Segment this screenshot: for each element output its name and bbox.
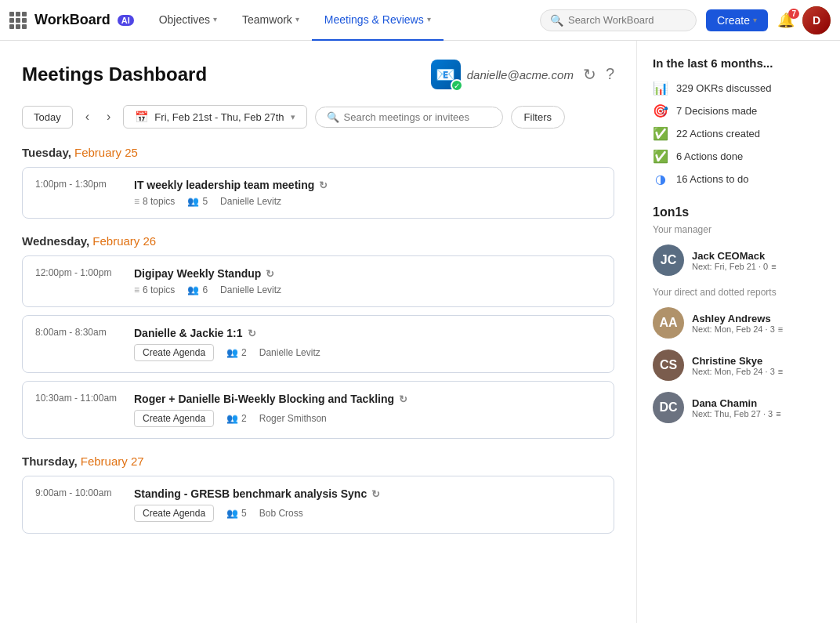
people-icon: 👥 xyxy=(226,413,238,424)
meeting-search-input[interactable] xyxy=(344,111,491,123)
meeting-card[interactable]: 1:00pm - 1:30pm IT weekly leadership tea… xyxy=(22,167,614,219)
people-icon: 👥 xyxy=(226,347,238,358)
manager-container: JC Jack CEOMack Next: Fri, Feb 21 · 0 ≡ xyxy=(653,244,824,276)
stat-item: 🎯7 Decisions made xyxy=(653,103,824,118)
sync-icon[interactable]: ↻ xyxy=(399,393,407,405)
stat-icon: 🎯 xyxy=(653,103,668,118)
day-label: Tuesday, February 25 xyxy=(22,146,614,159)
organizer: Roger Smithson xyxy=(259,413,327,424)
nav-objectives[interactable]: Objectives ▾ xyxy=(147,0,230,41)
stat-icon: ✅ xyxy=(653,126,668,141)
manager-item[interactable]: JC Jack CEOMack Next: Fri, Feb 21 · 0 ≡ xyxy=(653,244,824,276)
stats-container: 📊329 OKRs discussed🎯7 Decisions made✅22 … xyxy=(653,81,824,187)
notification-badge: 7 xyxy=(788,9,799,19)
logo-ai-badge: AI xyxy=(118,15,134,26)
create-button[interactable]: Create ▾ xyxy=(706,9,768,31)
topics-icon: ≡ xyxy=(778,367,783,376)
meeting-card[interactable]: 9:00am - 10:00am Standing - GRESB benchm… xyxy=(22,476,614,534)
stat-item: 📊329 OKRs discussed xyxy=(653,81,824,96)
person-name: Jack CEOMack xyxy=(692,250,824,262)
day-group: Thursday, February 27 9:00am - 10:00am S… xyxy=(22,455,614,534)
create-agenda-button[interactable]: Create Agenda xyxy=(134,344,214,361)
sync-icon[interactable]: ↻ xyxy=(319,179,328,191)
people-icon: 👥 xyxy=(187,196,199,207)
day-group: Wednesday, February 26 12:00pm - 1:00pm … xyxy=(22,234,614,439)
stat-text: 6 Actions done xyxy=(676,150,743,162)
header-right: 📧 ✓ danielle@acme.com ↻ ? xyxy=(431,60,614,89)
organizer: Danielle Levitz xyxy=(220,196,281,207)
logo-area: WorkBoard AI xyxy=(9,12,134,29)
meeting-time: 8:00am - 8:30am xyxy=(35,327,121,338)
report-item[interactable]: DC Dana Chamin Next: Thu, Feb 27 · 3 ≡ xyxy=(653,392,824,423)
stats-title: In the last 6 months... xyxy=(653,56,824,70)
reports-container: AA Ashley Andrews Next: Mon, Feb 24 · 3 … xyxy=(653,307,824,423)
person-next: Next: Fri, Feb 21 · 0 ≡ xyxy=(692,262,824,271)
chevron-down-icon: ▾ xyxy=(213,15,217,24)
person-name: Christine Skye xyxy=(692,355,824,367)
nav-teamwork[interactable]: Teamwork ▾ xyxy=(230,0,312,41)
sync-icon[interactable]: ↻ xyxy=(371,488,380,500)
attendees-count: 👥 6 xyxy=(187,284,208,295)
meeting-card[interactable]: 8:00am - 8:30am Danielle & Jackie 1:1 ↻ … xyxy=(22,315,614,373)
days-container: Tuesday, February 25 1:00pm - 1:30pm IT … xyxy=(22,146,614,534)
attendees-count: 👥 2 xyxy=(226,413,247,424)
meeting-card[interactable]: 10:30am - 11:00am Roger + Danielle Bi-We… xyxy=(22,381,614,439)
day-date: February 25 xyxy=(71,146,138,159)
sync-icon[interactable]: ↻ xyxy=(248,328,256,339)
person-next: Next: Thu, Feb 27 · 3 ≡ xyxy=(692,409,824,418)
reports-label: Your direct and dotted reports xyxy=(653,287,824,298)
stat-icon: 📊 xyxy=(653,81,668,96)
refresh-icon[interactable]: ↻ xyxy=(583,65,596,84)
attendees-count: 👥 5 xyxy=(187,196,208,207)
avatar: CS xyxy=(653,350,684,381)
meeting-time: 9:00am - 10:00am xyxy=(35,487,121,498)
today-button[interactable]: Today xyxy=(22,106,73,129)
stat-item: ✅22 Actions created xyxy=(653,126,824,141)
chevron-down-icon: ▾ xyxy=(427,15,431,24)
logo-text: WorkBoard xyxy=(34,12,110,28)
meeting-title: Digipay Weekly Standup ↻ xyxy=(134,267,601,280)
grid-icon[interactable] xyxy=(9,12,27,29)
stat-text: 16 Actions to do xyxy=(676,173,749,185)
oneonones-title: 1on1s xyxy=(653,205,824,219)
topics-count: ≡ 8 topics xyxy=(134,196,175,207)
report-item[interactable]: CS Christine Skye Next: Mon, Feb 24 · 3 … xyxy=(653,350,824,381)
global-search[interactable]: 🔍 xyxy=(540,9,697,31)
person-name: Dana Chamin xyxy=(692,397,824,409)
sync-icon[interactable]: ↻ xyxy=(266,268,274,280)
stat-item: ◑16 Actions to do xyxy=(653,172,824,187)
notifications-bell[interactable]: 🔔 7 xyxy=(777,12,795,29)
report-item[interactable]: AA Ashley Andrews Next: Mon, Feb 24 · 3 … xyxy=(653,307,824,339)
nav-meetings[interactable]: Meetings & Reviews ▾ xyxy=(312,0,444,41)
chevron-down-icon: ▾ xyxy=(291,112,295,122)
organizer: Bob Cross xyxy=(259,508,303,519)
nav-items: Objectives ▾ Teamwork ▾ Meetings & Revie… xyxy=(147,0,540,41)
prev-button[interactable]: ‹ xyxy=(81,107,94,127)
meeting-card[interactable]: 12:00pm - 1:00pm Digipay Weekly Standup … xyxy=(22,255,614,307)
page-title: Meetings Dashboard xyxy=(22,63,207,85)
meeting-meta: ≡ 6 topics👥 6Danielle Levitz xyxy=(134,284,601,295)
create-agenda-button[interactable]: Create Agenda xyxy=(134,505,214,522)
stat-text: 22 Actions created xyxy=(676,128,760,139)
global-search-input[interactable] xyxy=(568,14,686,26)
day-group: Tuesday, February 25 1:00pm - 1:30pm IT … xyxy=(22,146,614,219)
meeting-title: Standing - GRESB benchmark analysis Sync… xyxy=(134,487,601,500)
meeting-title: Roger + Danielle Bi-Weekly Blocking and … xyxy=(134,393,601,405)
topics-icon: ≡ xyxy=(776,409,780,418)
person-next: Next: Mon, Feb 24 · 3 ≡ xyxy=(692,367,824,376)
toolbar: Today ‹ › 📅 Fri, Feb 21st - Thu, Feb 27t… xyxy=(22,105,614,129)
meeting-title: IT weekly leadership team meeting ↻ xyxy=(134,179,601,191)
next-button[interactable]: › xyxy=(102,107,115,127)
organizer: Danielle Levitz xyxy=(259,347,320,358)
list-icon: ≡ xyxy=(134,284,139,295)
people-icon: 👥 xyxy=(187,284,199,295)
help-icon[interactable]: ? xyxy=(606,65,614,84)
filters-button[interactable]: Filters xyxy=(511,106,565,129)
people-icon: 👥 xyxy=(226,508,238,519)
day-date: February 27 xyxy=(78,455,144,468)
user-avatar[interactable]: D xyxy=(802,6,831,34)
create-agenda-button[interactable]: Create Agenda xyxy=(134,410,214,427)
stat-text: 7 Decisions made xyxy=(676,105,757,117)
date-range-picker[interactable]: 📅 Fri, Feb 21st - Thu, Feb 27th ▾ xyxy=(123,105,306,129)
meeting-search[interactable]: 🔍 xyxy=(315,107,503,128)
